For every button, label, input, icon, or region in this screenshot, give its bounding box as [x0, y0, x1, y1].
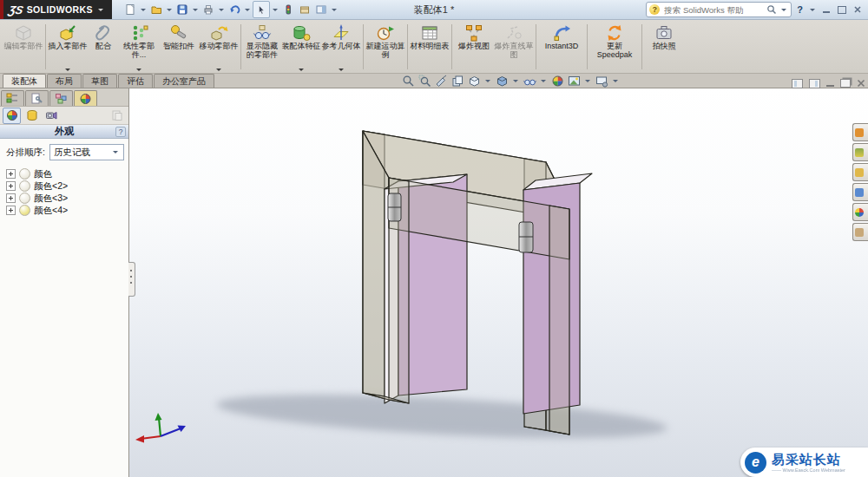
property-manager-tab[interactable]	[25, 90, 49, 106]
panel-splitter[interactable]	[128, 262, 135, 297]
display-manager-tab[interactable]	[74, 90, 97, 106]
chevron-down-icon[interactable]	[98, 9, 103, 11]
show-hidden-components-button[interactable]: 显示隐藏的零部件	[243, 21, 281, 73]
view-palette-button[interactable]	[852, 183, 868, 201]
save-button[interactable]	[174, 2, 190, 17]
chevron-down-icon[interactable]	[585, 80, 590, 82]
chevron-down-icon[interactable]	[141, 9, 146, 11]
undo-button[interactable]	[227, 2, 242, 17]
tab-sketch[interactable]: 草图	[82, 74, 117, 88]
expand-icon[interactable]	[6, 206, 16, 215]
new-document-button[interactable]	[122, 2, 138, 17]
doc-restore-icon[interactable]	[840, 79, 851, 88]
insert-component-button[interactable]: 插入零部件	[48, 21, 88, 73]
update-speedpak-button[interactable]: 更新 Speedpak	[589, 21, 640, 73]
chevron-down-icon[interactable]	[332, 9, 337, 11]
task-pane-toggle-button[interactable]	[313, 2, 329, 17]
help-button[interactable]: ?	[795, 4, 805, 15]
doc-minimize-icon[interactable]	[826, 81, 834, 87]
sort-order-select[interactable]: 历史记载	[49, 144, 124, 160]
maximize-button[interactable]	[836, 4, 848, 16]
take-snapshot-button[interactable]: 拍快照	[644, 21, 684, 73]
edit-component-icon	[14, 23, 33, 42]
design-library-button[interactable]	[852, 143, 868, 161]
panel-help-button[interactable]: ?	[115, 127, 126, 137]
expand-icon[interactable]	[6, 193, 16, 203]
appearances-tool[interactable]	[3, 108, 21, 124]
reference-geometry-button[interactable]: 参考几何体	[321, 21, 361, 73]
zoom-to-area-icon[interactable]	[418, 75, 431, 88]
view-orientation-icon[interactable]	[467, 75, 481, 88]
tree-item[interactable]: 颜色<3>	[6, 193, 128, 204]
pane-right-icon[interactable]	[809, 79, 820, 88]
tree-item[interactable]: 颜色<2>	[6, 180, 128, 192]
tab-assembly[interactable]: 装配体	[3, 74, 46, 88]
home-button[interactable]	[852, 123, 868, 141]
3d-drawing-view-icon[interactable]	[450, 75, 464, 88]
copy-appearance-tool[interactable]	[108, 108, 125, 123]
search-box[interactable]: ?	[646, 2, 792, 17]
chevron-down-icon[interactable]	[781, 9, 786, 11]
tab-layout[interactable]: 布局	[47, 74, 82, 88]
chevron-down-icon[interactable]	[245, 9, 250, 11]
tree-item[interactable]: 颜色<4>	[6, 205, 128, 216]
hide-show-items-icon[interactable]	[523, 75, 536, 88]
expand-icon[interactable]	[6, 181, 16, 191]
explode-line-sketch-button[interactable]: 爆炸直线草图	[494, 21, 534, 73]
assembly-features-button[interactable]: 装配体特征	[281, 21, 321, 73]
tab-evaluate[interactable]: 评估	[118, 74, 153, 88]
select-button[interactable]	[253, 1, 270, 18]
show-hidden-components-icon	[253, 23, 272, 42]
feature-manager-tab[interactable]	[1, 90, 24, 106]
selection-filter-button[interactable]	[280, 2, 296, 17]
tab-office-products[interactable]: 办公室产品	[154, 74, 214, 88]
chevron-down-icon[interactable]	[485, 80, 490, 82]
open-button[interactable]	[148, 2, 164, 17]
section-view-icon[interactable]	[434, 75, 448, 88]
chevron-down-icon[interactable]	[613, 80, 618, 82]
apply-scene-icon[interactable]	[567, 75, 581, 88]
custom-properties-button[interactable]	[852, 223, 868, 241]
file-explorer-button[interactable]	[852, 163, 868, 181]
configuration-manager-tab[interactable]	[49, 90, 73, 106]
tree-item[interactable]: 颜色	[6, 168, 128, 180]
chevron-down-icon[interactable]	[193, 9, 198, 11]
bill-of-materials-button[interactable]: 材料明细表	[410, 21, 450, 73]
chevron-down-icon[interactable]	[541, 80, 546, 82]
color-sphere-icon	[19, 193, 30, 204]
search-icon[interactable]	[766, 4, 777, 15]
title-bar-right: ? ?	[646, 2, 868, 17]
divider	[240, 24, 241, 69]
decals-tool[interactable]	[23, 108, 40, 123]
minimize-button[interactable]	[820, 4, 832, 16]
zoom-to-fit-icon[interactable]	[401, 75, 415, 88]
assembly-model[interactable]	[129, 88, 868, 477]
mate-button[interactable]: 配合	[88, 21, 119, 73]
close-button[interactable]	[852, 4, 864, 16]
chevron-down-icon[interactable]	[513, 80, 518, 82]
move-component-button[interactable]: 移动零部件	[199, 21, 239, 73]
chevron-down-icon[interactable]	[167, 9, 172, 11]
new-motion-study-button[interactable]: 新建运动算例	[365, 21, 405, 73]
chevron-down-icon[interactable]	[219, 9, 224, 11]
origin-triad-icon	[132, 413, 193, 456]
doc-close-icon[interactable]	[857, 75, 865, 91]
linear-component-pattern-button[interactable]: 线性零部件...	[119, 21, 159, 73]
display-style-icon[interactable]	[495, 75, 509, 88]
chevron-down-icon[interactable]	[810, 9, 815, 11]
smart-fasteners-button[interactable]: 智能扣件	[159, 21, 199, 73]
search-input[interactable]	[662, 4, 764, 16]
print-button[interactable]	[201, 2, 216, 17]
appearances-pane-button[interactable]	[852, 203, 868, 221]
expand-icon[interactable]	[6, 169, 16, 179]
pane-left-icon[interactable]	[792, 79, 803, 88]
graphics-area[interactable]: e 易采站长站 —— Www.Easck.Com Webmaster	[129, 88, 868, 477]
edit-component-button[interactable]: 编辑零部件	[3, 21, 43, 73]
exploded-view-button[interactable]: 爆炸视图	[454, 21, 494, 73]
edit-appearance-icon[interactable]	[550, 75, 564, 88]
scene-lights-tool[interactable]	[43, 108, 59, 123]
chevron-down-icon[interactable]	[273, 9, 278, 11]
instant3d-button[interactable]: Instant3D	[538, 21, 585, 73]
options-button[interactable]	[297, 2, 312, 17]
view-settings-icon[interactable]	[595, 75, 608, 88]
